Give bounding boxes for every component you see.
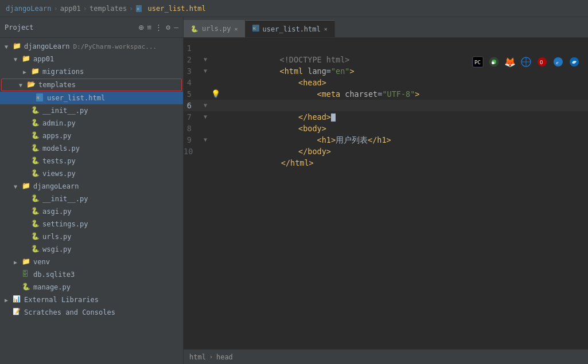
folder-icon: 📁	[13, 42, 22, 51]
status-bar: html › head	[184, 349, 588, 364]
sidebar-item-models-py[interactable]: 🐍 models.py	[0, 142, 183, 155]
collapse-icon[interactable]: ⋮	[155, 23, 162, 32]
tab-user-list-html[interactable]: H user_list.html ✕	[246, 20, 335, 37]
gear-icon[interactable]: ⚙	[166, 23, 170, 32]
py-file-icon: 🐍	[31, 194, 40, 203]
svg-text:O: O	[540, 60, 543, 65]
sidebar-item-settings-py[interactable]: 🐍 settings.py	[0, 218, 183, 230]
code-line-5: 5 💡 <title>用户列表</title>	[184, 88, 588, 100]
sidebar-item-scratches[interactable]: 📝 Scratches and Consoles	[0, 306, 183, 319]
db-file-icon: 🗄	[22, 270, 31, 279]
scroll-from-source-icon[interactable]: ≡	[147, 23, 152, 32]
py-tab-icon: 🐍	[190, 25, 198, 33]
py-file-icon: 🐍	[31, 156, 40, 166]
sidebar-item-user-list-html[interactable]: H user_list.html	[0, 92, 183, 104]
py-file-icon: 🐍	[31, 169, 40, 178]
safari-icon[interactable]	[520, 56, 532, 68]
folder-open-icon: 📂	[27, 80, 36, 89]
minimize-icon[interactable]: —	[174, 23, 178, 32]
editor-area: PC ● 🦊	[184, 17, 588, 364]
tab-close-button[interactable]: ✕	[324, 26, 328, 32]
folder-icon: 📁	[22, 54, 31, 64]
scratch-icon: 📝	[13, 308, 22, 317]
code-line-1: 1 <!DOCTYPE html>	[184, 42, 588, 54]
status-arrow: ›	[209, 354, 213, 360]
sidebar-item-external-libraries[interactable]: ▶ 📊 External Libraries	[0, 293, 183, 306]
breadcrumb-part-3: templates	[89, 5, 127, 13]
plugin-icons-toolbar: PC ● 🦊	[472, 56, 580, 68]
py-file-icon: 🐍	[31, 106, 40, 115]
tab-urls-py[interactable]: 🐍 urls.py ✕	[184, 20, 246, 37]
html-file-icon: H	[135, 5, 142, 12]
sidebar-item-apps-py[interactable]: 🐍 apps.py	[0, 130, 183, 142]
py-file-icon: 🐍	[31, 131, 40, 140]
sidebar-toolbar: ⊕ ≡ ⋮ ⚙ —	[138, 22, 178, 33]
svg-text:PC: PC	[474, 60, 481, 65]
code-line-6: 6 ▼ </head>	[184, 100, 588, 111]
py-file-icon: 🐍	[31, 245, 40, 254]
sidebar-item-init2-py[interactable]: 🐍 __init__.py	[0, 193, 183, 205]
py-file-icon: 🐍	[31, 232, 40, 241]
code-line-8: 8 <h1>用户列表</h1>	[184, 123, 588, 134]
breadcrumb-part-1: djangoLearn	[6, 5, 51, 13]
py-file-icon: 🐍	[31, 220, 40, 229]
svg-text:H: H	[253, 26, 255, 31]
html-file-icon: H	[36, 93, 45, 103]
py-file-icon: 🐍	[22, 283, 31, 292]
sidebar-item-asgi-py[interactable]: 🐍 asgi.py	[0, 205, 183, 218]
add-content-icon[interactable]: ⊕	[138, 22, 143, 33]
breadcrumb-file: H user_list.html	[135, 5, 205, 13]
code-line-9: 9 ▼ </body>	[184, 134, 588, 146]
library-icon: 📊	[13, 295, 22, 304]
firefox-icon[interactable]: 🦊	[504, 56, 516, 68]
svg-text:H: H	[37, 96, 39, 100]
tab-bar: 🐍 urls.py ✕ H user_list.html ✕	[184, 17, 588, 38]
code-line-4: 4 <meta charset="UTF-8">	[184, 77, 588, 88]
svg-text:e: e	[556, 60, 559, 65]
sidebar-item-views-py[interactable]: 🐍 views.py	[0, 167, 183, 180]
sidebar-item-migrations[interactable]: ▶ 📁 migrations	[0, 65, 183, 78]
sidebar-item-admin-py[interactable]: 🐍 admin.py	[0, 117, 183, 130]
sidebar-item-app01[interactable]: ▼ 📁 app01	[0, 53, 183, 65]
tab-label: urls.py	[202, 25, 231, 33]
sidebar-item-venv[interactable]: ▶ 📁 venv	[0, 256, 183, 268]
sidebar: Project ⊕ ≡ ⋮ ⚙ — ▼ 📁 djangoLearn D:/PyC…	[0, 17, 184, 364]
code-line-10: 10 </html>	[184, 146, 588, 157]
edge-icon[interactable]	[568, 56, 580, 68]
ie-icon[interactable]: e	[552, 56, 564, 68]
sidebar-item-db-sqlite3[interactable]: 🗄 db.sqlite3	[0, 268, 183, 281]
svg-text:●: ●	[492, 60, 494, 65]
py-file-icon: 🐍	[31, 144, 40, 153]
folder-icon: 📁	[31, 67, 40, 76]
status-html: html	[189, 353, 206, 361]
svg-text:H: H	[137, 7, 139, 11]
opera-icon[interactable]: O	[536, 56, 548, 68]
sidebar-item-templates[interactable]: ▼ 📂 templates	[1, 79, 182, 91]
breadcrumb-part-2: app01	[60, 5, 81, 13]
sidebar-item-wsgi-py[interactable]: 🐍 wsgi.py	[0, 243, 183, 256]
sidebar-header: Project ⊕ ≡ ⋮ ⚙ —	[0, 17, 183, 38]
py-file-icon: 🐍	[31, 207, 40, 216]
sidebar-item-init-py[interactable]: 🐍 __init__.py	[0, 104, 183, 117]
tab-label: user_list.html	[263, 25, 321, 33]
sidebar-item-djangolearn-sub[interactable]: ▼ 📁 djangoLearn	[0, 180, 183, 193]
sidebar-item-tests-py[interactable]: 🐍 tests.py	[0, 155, 183, 167]
py-file-icon: 🐍	[31, 119, 40, 128]
pycharm-icon[interactable]: PC	[472, 56, 484, 68]
sidebar-item-djangolearn-root[interactable]: ▼ 📁 djangoLearn D:/PyCharm-workspac...	[0, 40, 183, 53]
folder-icon: 📁	[22, 182, 31, 191]
sidebar-item-manage-py[interactable]: 🐍 manage.py	[0, 281, 183, 293]
code-editor[interactable]: 1 <!DOCTYPE html> 2 ▼ <html lang="en">	[184, 38, 588, 349]
title-bar: djangoLearn › app01 › templates › H user…	[0, 0, 588, 17]
sidebar-item-urls-py[interactable]: 🐍 urls.py	[0, 230, 183, 243]
html-tab-icon: H	[252, 25, 259, 33]
tab-close-button[interactable]: ✕	[235, 26, 238, 32]
code-line-7: 7 ▼ <body>	[184, 111, 588, 123]
status-head: head	[216, 353, 233, 361]
chrome-icon[interactable]: ●	[488, 56, 500, 68]
main-layout: Project ⊕ ≡ ⋮ ⚙ — ▼ 📁 djangoLearn D:/PyC…	[0, 17, 588, 364]
file-tree: ▼ 📁 djangoLearn D:/PyCharm-workspac... ▼…	[0, 38, 183, 364]
sidebar-title: Project	[5, 24, 134, 32]
folder-icon: 📁	[22, 257, 31, 267]
